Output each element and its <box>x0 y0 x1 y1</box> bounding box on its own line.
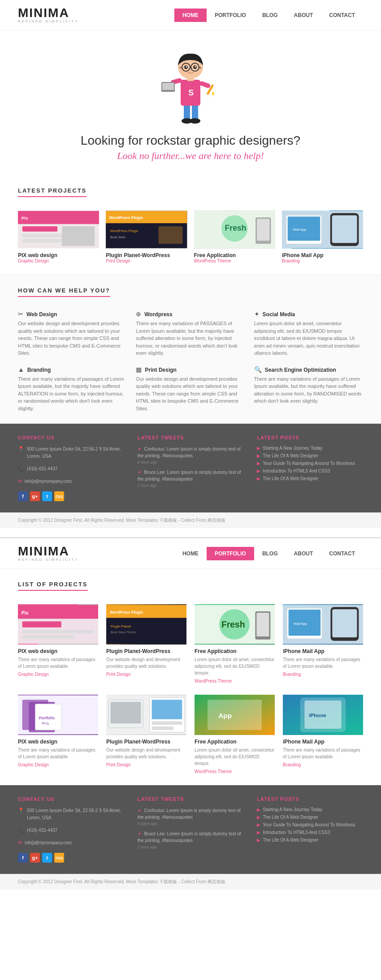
post-1-p2[interactable]: ▶ Starting A New Journey Today <box>257 807 363 812</box>
twitter-icon-p2[interactable]: t <box>42 853 52 863</box>
footer-contact: CONTACT US 📍 500 Lorem Ipsum Dolor Sit, … <box>18 435 124 501</box>
nav-contact-p2[interactable]: CONTACT <box>321 547 363 560</box>
help-social-text: Lorem ipsum dolor sit amet, consectetur … <box>254 320 363 357</box>
portfolio-card-5[interactable]: Portfolio Blog PIX web design There are … <box>18 695 98 774</box>
project-card-4[interactable]: Mail App iPhone Mail App Branding <box>282 211 363 263</box>
svg-text:Plugin Planet: Plugin Planet <box>111 624 131 628</box>
svg-text:S: S <box>188 88 194 97</box>
nav-home-p2[interactable]: HOME <box>174 547 207 560</box>
svg-text:Fresh: Fresh <box>221 619 245 629</box>
project-card-1[interactable]: Pix PIX web design Graphic Design <box>18 211 99 263</box>
help-print-text: Our website design and development provi… <box>136 375 245 413</box>
project-name-1: PIX web design <box>18 252 99 258</box>
svg-text:Blog: Blog <box>42 721 48 725</box>
post-5-p2[interactable]: ▶ The Life Of A Web Designer <box>257 838 363 842</box>
portfolio-thumb-6 <box>106 695 186 735</box>
svg-rect-62 <box>256 613 269 636</box>
tweet-2-text-p2: ✦ Bruce Lee: Lorem Ipsum is simply dummy… <box>138 830 244 844</box>
post-3-p2[interactable]: ▶ Your Guide To Navigating Around To Wor… <box>257 822 363 827</box>
svg-text:App: App <box>218 712 232 719</box>
portfolio-card-3[interactable]: Fresh Free Application Lorem ipsum dolor… <box>195 604 275 683</box>
project-name-2: Plugin Planet-WordPress <box>106 252 187 258</box>
project-thumb-2: WordPress Plugin WordPress Plugin Book S… <box>106 211 187 249</box>
twitter-icon[interactable]: t <box>42 491 52 501</box>
tweet-2-time-p2: 1 hour ago <box>138 845 244 849</box>
how-help-section: HOW CAN WE HELP YOU? ✂ Web Design Our we… <box>0 275 381 424</box>
main-nav-p2: HOME PORTFOLIO BLOG ABOUT CONTACT <box>174 547 363 560</box>
facebook-icon[interactable]: f <box>18 491 28 501</box>
post-arrow-5: ▶ <box>257 476 260 481</box>
facebook-icon-p2[interactable]: f <box>18 853 28 863</box>
help-wordpress-text: There are many variations of PASSAGES of… <box>136 320 245 357</box>
googleplus-icon-p2[interactable]: g+ <box>30 853 40 863</box>
tweet-2-text: ✦ Bruce Lee: Lorem Ipsum is simply dummy… <box>138 469 244 482</box>
portfolio-cat-3: WordPress Theme <box>195 679 275 683</box>
help-seo-title: Search Engine Optimization <box>265 367 336 373</box>
footer-tweets-title: LATEST TWEETS <box>138 435 244 440</box>
portfolio-cat-6: Print Design <box>106 762 186 767</box>
svg-rect-48 <box>18 605 98 619</box>
post-2[interactable]: ▶ The Life Of A Web Designer <box>257 453 363 458</box>
svg-rect-51 <box>22 630 94 634</box>
project-card-3[interactable]: Fresh Free Application WordPress Theme <box>194 211 275 263</box>
post-2-p2[interactable]: ▶ The Life Of A Web Designer <box>257 815 363 820</box>
tweet-1-p2: ✦ Confucius: Lorem Ipsum is simply dummy… <box>138 807 244 826</box>
tweet-2-time: 1 hour ago <box>138 483 244 488</box>
hero-subtitle: Look no further...we are here to help! <box>18 150 363 162</box>
hero-character: S <box>146 39 235 129</box>
project-cat-4: Branding <box>282 258 363 263</box>
post-5[interactable]: ▶ The Life Of A Web Designer <box>257 476 363 481</box>
help-grid-row1: ✂ Web Design Our website design and deve… <box>18 310 363 357</box>
portfolio-thumb-2: WordPress Plugin Plugin Planet Book Stor… <box>106 604 186 645</box>
svg-text:Fresh: Fresh <box>225 224 246 232</box>
logo-tagline: REFINED SIMPLICITY <box>18 19 79 23</box>
tweet-1-text: ✦ Confucius: Lorem Ipsum is simply dummy… <box>138 446 244 459</box>
portfolio-desc-4: There are many variations of passages of… <box>283 656 363 670</box>
nav-about[interactable]: ABOUT <box>286 9 321 22</box>
portfolio-desc-6: Our website design and development provi… <box>106 747 186 760</box>
nav-blog-p2[interactable]: BLOG <box>254 547 286 560</box>
post-4[interactable]: ▶ Introduction To HTML5 And CSS3 <box>257 469 363 473</box>
svg-rect-1 <box>192 104 198 120</box>
portfolio-card-8[interactable]: iPhone iPhone Mail App There are many va… <box>283 695 363 774</box>
address-icon: 📍 <box>18 446 24 452</box>
nav-portfolio-p2[interactable]: PORTFOLIO <box>207 547 254 560</box>
svg-rect-40 <box>257 219 269 241</box>
portfolio-card-7[interactable]: App Free Application Lorem ipsum dolor s… <box>195 695 275 774</box>
nav-blog[interactable]: BLOG <box>254 9 286 22</box>
post-4-p2[interactable]: ▶ Introduction To HTML5 And CSS3 <box>257 830 363 835</box>
googleplus-icon[interactable]: g+ <box>30 491 40 501</box>
nav-about-p2[interactable]: ABOUT <box>286 547 321 560</box>
svg-rect-52 <box>22 635 74 639</box>
footer-dark-p2: CONTACT US 📍 500 Lorem Ipsum Dolor Sit, … <box>0 785 381 874</box>
post-3[interactable]: ▶ Your Guide To Navigating Around To Wor… <box>257 461 363 466</box>
nav-contact[interactable]: CONTACT <box>321 9 363 22</box>
portfolio-card-6[interactable]: Plugin Planet-WordPress Our website desi… <box>106 695 186 774</box>
post-arrow-2: ▶ <box>257 453 260 458</box>
post-arrow-2-p2: ▶ <box>257 815 260 820</box>
header-p2: MINIMA REFINED SIMPLICITY HOME PORTFOLIO… <box>0 538 381 569</box>
tweet-1-time: 8 days ago <box>138 460 244 464</box>
portfolio-thumb-1: Pix <box>18 604 98 645</box>
project-card-2[interactable]: WordPress Plugin WordPress Plugin Book S… <box>106 211 187 263</box>
nav-portfolio[interactable]: PORTFOLIO <box>207 9 254 22</box>
rss-icon[interactable]: rss <box>54 491 64 501</box>
portfolio-card-4[interactable]: Mail App iPhone Mail App There are many … <box>283 604 363 683</box>
project-cat-2: Print Design <box>106 258 187 263</box>
portfolio-desc-3: Lorem ipsum dolor sit amet, consectetur … <box>195 656 275 676</box>
post-1[interactable]: ▶ Starting A New Journey Today <box>257 446 363 451</box>
svg-rect-46 <box>332 215 357 243</box>
portfolio-card-2[interactable]: WordPress Plugin Plugin Planet Book Stor… <box>106 604 186 683</box>
svg-rect-77 <box>111 702 141 723</box>
project-name-3: Free Application <box>194 252 275 258</box>
portfolio-card-1[interactable]: Pix PIX web design There are many variat… <box>18 604 98 683</box>
nav-home[interactable]: HOME <box>174 9 207 22</box>
svg-text:Book Store Theme: Book Store Theme <box>111 631 136 634</box>
post-arrow-4: ▶ <box>257 469 260 473</box>
tweet-1: ✦ Confucius: Lorem Ipsum is simply dummy… <box>138 446 244 464</box>
svg-point-21 <box>186 66 187 68</box>
portfolio-cat-2: Print Design <box>106 672 186 677</box>
footer-address-item: 📍 500 Lorem Ipsum Dolor Sit, 22:56-2 9 S… <box>18 446 124 463</box>
portfolio-cat-4: Branding <box>283 672 363 677</box>
rss-icon-p2[interactable]: rss <box>54 853 64 863</box>
